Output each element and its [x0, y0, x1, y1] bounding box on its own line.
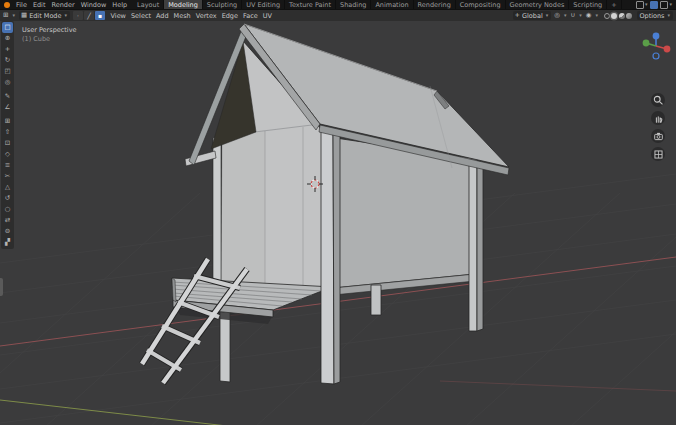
blender-logo-icon[interactable]: [4, 2, 10, 8]
viewport-menus: View Select Add Mesh Vertex Edge Face UV: [108, 12, 274, 20]
view-layer-icon[interactable]: [650, 1, 658, 9]
snap-magnet-icon[interactable]: ∪: [570, 12, 575, 19]
tab-scripting[interactable]: Scripting: [569, 0, 607, 9]
navigation-gizmo[interactable]: [641, 31, 671, 61]
camera-icon: [653, 131, 664, 142]
x-axis-handle: [664, 46, 671, 53]
blender-window: File Edit Render Window Help Layout Mode…: [0, 0, 676, 425]
pivot-point-icon[interactable]: ◎: [554, 12, 560, 19]
transform-tool-button[interactable]: ◎: [2, 77, 13, 88]
smooth-tool-button[interactable]: ○: [2, 204, 13, 215]
poly-build-icon: △: [5, 184, 10, 191]
menu-edge[interactable]: Edge: [219, 12, 240, 20]
rotate-tool-button[interactable]: ↻: [2, 55, 13, 66]
shrink-fatten-tool-button[interactable]: ⊖: [2, 226, 13, 237]
options-dropdown[interactable]: Options ▾: [637, 11, 673, 20]
y-axis-handle: [643, 40, 650, 47]
edge-slide-icon: ⇄: [5, 217, 10, 224]
tab-shading[interactable]: Shading: [336, 0, 371, 9]
toolbar-expand-handle[interactable]: [0, 278, 3, 296]
tab-sculpting[interactable]: Sculpting: [203, 0, 242, 9]
menu-mesh[interactable]: Mesh: [171, 12, 193, 20]
poly-build-tool-button[interactable]: △: [2, 182, 13, 193]
rear-right-post-side: [477, 161, 483, 331]
menu-uv[interactable]: UV: [260, 12, 274, 20]
menu-select[interactable]: Select: [128, 12, 153, 20]
rip-region-tool-button[interactable]: ▞: [2, 237, 13, 248]
camera-view-button[interactable]: [651, 129, 665, 143]
dropdown-caret-icon: ▾: [65, 13, 68, 18]
rendered-shading-icon[interactable]: [626, 13, 632, 19]
dropdown-caret-icon: ▾: [667, 13, 670, 18]
edge-slide-tool-button[interactable]: ⇄: [2, 215, 13, 226]
inset-faces-tool-button[interactable]: ⊡: [2, 138, 13, 149]
toggle-orthographic-button[interactable]: [651, 147, 665, 161]
editor-type-icon[interactable]: ⊞: [3, 12, 8, 19]
proportional-editing-icon[interactable]: ◉: [586, 12, 592, 19]
dropdown-caret-icon: ▾: [645, 2, 648, 7]
tab-texture-paint[interactable]: Texture Paint: [285, 0, 336, 9]
extrude-region-tool-button[interactable]: ⇧: [2, 127, 13, 138]
solid-shading-icon[interactable]: [611, 13, 617, 19]
inset-faces-icon: ⊡: [5, 140, 10, 147]
tab-modeling[interactable]: Modeling: [164, 0, 203, 9]
loop-cut-tool-button[interactable]: ≡: [2, 160, 13, 171]
tab-compositing[interactable]: Compositing: [456, 0, 506, 9]
viewport-header: ⊞ ▾ ▦ Edit Mode ▾ · ╱ ▪ View Select Add …: [0, 9, 676, 21]
spin-tool-button[interactable]: ↺: [2, 193, 13, 204]
rip-region-icon: ▞: [5, 239, 10, 246]
menu-edit[interactable]: Edit: [30, 1, 49, 9]
transform-orientation-dropdown[interactable]: + Global ▾: [513, 11, 552, 20]
menu-window[interactable]: Window: [78, 1, 110, 9]
vertex-select-button[interactable]: ·: [73, 11, 83, 20]
annotate-icon: ✎: [5, 93, 10, 100]
add-cube-tool-button[interactable]: ⊞: [2, 116, 13, 127]
tab-uv-editing[interactable]: UV Editing: [242, 0, 285, 9]
negative-z-axis-handle: [653, 53, 659, 59]
dropdown-caret-icon: ▾: [579, 13, 582, 18]
add-workspace-button[interactable]: +: [607, 0, 621, 9]
3d-scene[interactable]: [0, 20, 676, 425]
menu-help[interactable]: Help: [109, 1, 130, 9]
render-layer-icon[interactable]: [660, 1, 668, 9]
pan-button[interactable]: [651, 111, 665, 125]
view-perspective-label: User Perspective: [22, 26, 77, 35]
scale-tool-button[interactable]: ◰: [2, 66, 13, 77]
wireframe-shading-icon[interactable]: [604, 13, 610, 19]
orientation-icon: +: [515, 12, 520, 19]
edge-select-button[interactable]: ╱: [84, 11, 94, 20]
bevel-tool-button[interactable]: ◇: [2, 149, 13, 160]
move-tool-button[interactable]: +: [2, 44, 13, 55]
options-label: Options: [639, 12, 664, 20]
scene-icon[interactable]: [636, 1, 644, 9]
measure-tool-button[interactable]: ∠: [2, 102, 13, 113]
annotate-tool-button[interactable]: ✎: [2, 91, 13, 102]
dropdown-caret-icon: ▾: [669, 2, 672, 7]
face-select-button[interactable]: ▪: [95, 11, 105, 20]
knife-tool-button[interactable]: ✂: [2, 171, 13, 182]
extrude-region-icon: ⇧: [5, 129, 10, 136]
front-right-post: [321, 129, 334, 384]
tab-layout[interactable]: Layout: [133, 0, 164, 9]
smooth-icon: ○: [5, 206, 11, 213]
menu-vertex[interactable]: Vertex: [193, 12, 219, 20]
cursor-tool-button[interactable]: ⊕: [2, 33, 13, 44]
x-axis-grid-line: [440, 381, 676, 391]
mode-selector[interactable]: ▦ Edit Mode ▾: [19, 11, 70, 20]
tab-rendering[interactable]: Rendering: [414, 0, 456, 9]
3d-viewport[interactable]: User Perspective (1) Cube: [0, 20, 676, 425]
menu-render[interactable]: Render: [48, 1, 77, 9]
shed-model[interactable]: [142, 24, 509, 384]
transform-icon: ◎: [5, 79, 11, 86]
material-shading-icon[interactable]: [619, 13, 625, 19]
shed-front-wall-panel: [221, 131, 265, 286]
menu-file[interactable]: File: [13, 1, 30, 9]
menu-view[interactable]: View: [108, 12, 128, 20]
zoom-button[interactable]: [651, 93, 665, 107]
menu-add[interactable]: Add: [154, 12, 172, 20]
workspace-tabs: Layout Modeling Sculpting UV Editing Tex…: [133, 0, 622, 9]
box-select-tool-button[interactable]: □: [2, 22, 13, 33]
menu-face[interactable]: Face: [241, 12, 261, 20]
tab-animation[interactable]: Animation: [371, 0, 413, 9]
tab-geometry-nodes[interactable]: Geometry Nodes: [506, 0, 570, 9]
